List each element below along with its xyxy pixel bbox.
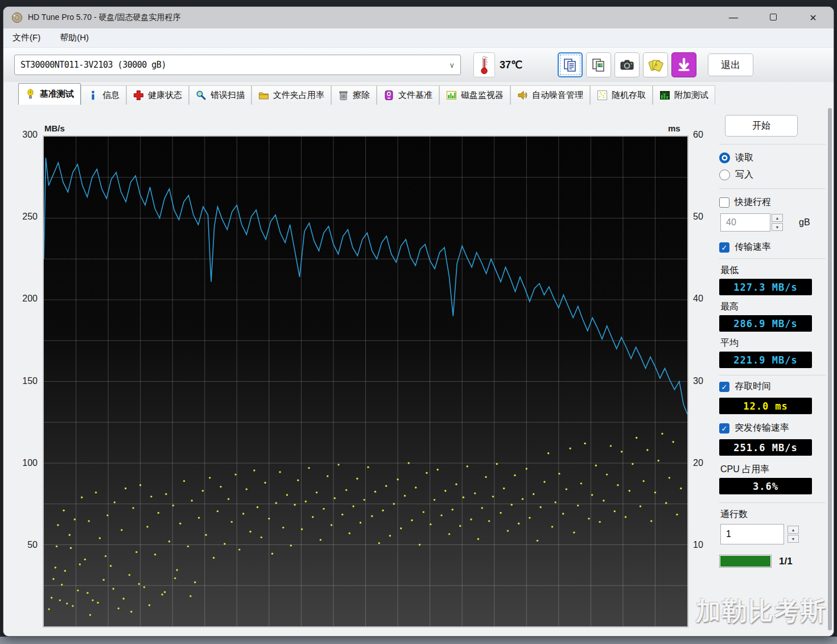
shortstroke-spin-down[interactable]: ▼: [772, 223, 783, 231]
tab-extra-tests-label: 附加测试: [674, 90, 708, 101]
separator: [719, 188, 826, 189]
tab-health[interactable]: 健康状态: [126, 85, 189, 105]
tab-disk-monitor[interactable]: 磁盘监视器: [439, 85, 510, 105]
magnifier-icon: [196, 90, 207, 101]
pass-count-spin-down[interactable]: ▼: [787, 535, 799, 543]
copy-image-button[interactable]: [586, 52, 611, 77]
write-radio-row[interactable]: 写入: [719, 169, 826, 181]
shortstroke-check-row[interactable]: 快捷行程: [719, 196, 826, 208]
tab-extra-tests[interactable]: 附加测试: [653, 85, 715, 105]
progress-bar: [719, 555, 772, 568]
tab-info[interactable]: 信息: [81, 85, 126, 105]
temperature-value: 37℃: [500, 59, 522, 71]
tab-file-benchmark-label: 文件基准: [398, 90, 432, 101]
tab-aam[interactable]: 自动噪音管理: [510, 85, 590, 105]
export-button[interactable]: [643, 52, 668, 77]
avg-label: 平均: [720, 337, 826, 349]
exit-button-label: 退出: [721, 59, 740, 72]
menu-help[interactable]: 帮助(H): [60, 32, 89, 43]
min-label: 最低: [720, 265, 826, 276]
y-left-tick: 250: [9, 212, 38, 222]
burst-checkbox[interactable]: ✓: [719, 423, 729, 434]
minimize-button[interactable]: —: [727, 13, 740, 23]
window-title: HD Tune Pro 5.70 - 硬盘/固态硬盘实用程序: [28, 13, 180, 23]
tab-folder-usage[interactable]: 文件夹占用率: [251, 85, 331, 105]
tab-erase[interactable]: 擦除: [331, 85, 377, 105]
tab-folder-usage-label: 文件夹占用率: [273, 90, 324, 101]
red-cross-icon: [133, 90, 144, 101]
random-access-icon: [597, 90, 608, 101]
write-radio-label: 写入: [735, 169, 753, 181]
pass-count-label: 通行数: [720, 509, 826, 521]
maximize-button[interactable]: [766, 13, 780, 23]
write-radio[interactable]: [719, 170, 730, 180]
folder-icon: [258, 90, 269, 101]
cpu-display: 3.6%: [719, 478, 812, 494]
drive-select[interactable]: ST30000NT011-3V2103 (30000 gB) ∨: [14, 55, 461, 75]
tab-benchmark-label: 基准测试: [40, 89, 74, 100]
speaker-icon: [517, 90, 528, 101]
tab-file-benchmark[interactable]: 文件基准: [377, 85, 439, 105]
pass-count-spin-up[interactable]: ▲: [787, 526, 799, 534]
trash-icon: [338, 90, 349, 101]
pass-count-input[interactable]: 1: [720, 524, 784, 544]
app-window: HD Tune Pro 5.70 - 硬盘/固态硬盘实用程序 — ✕ 文件(F)…: [3, 7, 834, 636]
transfer-checkbox[interactable]: ✓: [719, 242, 729, 253]
y-axis-left-unit: MB/s: [44, 123, 65, 133]
burst-label: 突发传输速率: [735, 422, 789, 434]
start-button[interactable]: 开始: [725, 115, 798, 137]
shortstroke-label: 快捷行程: [735, 196, 771, 208]
chevron-down-icon: ∨: [449, 61, 455, 69]
exit-button[interactable]: 退出: [708, 53, 753, 76]
transfer-check-row[interactable]: ✓ 传输速率: [719, 241, 826, 253]
app-disk-icon: [11, 12, 23, 23]
y-axis-right-unit: ms: [668, 123, 681, 133]
screenshot-button[interactable]: [615, 52, 640, 77]
tab-random-access[interactable]: 随机存取: [590, 85, 653, 105]
info-icon: [88, 90, 98, 101]
tab-aam-label: 自动噪音管理: [532, 90, 583, 101]
tab-disk-monitor-label: 磁盘监视器: [461, 90, 504, 101]
menu-bar: 文件(F) 帮助(H): [3, 28, 834, 48]
shortstroke-spin-up[interactable]: ▲: [772, 214, 783, 222]
tab-benchmark[interactable]: 基准测试: [18, 83, 81, 105]
shortstroke-spinner-row: 40 ▲ ▼ gB: [720, 213, 826, 232]
read-radio-label: 读取: [735, 152, 753, 164]
desktop-taskbar-strip: [0, 637, 837, 644]
temperature-button[interactable]: [473, 52, 495, 77]
copy-text-icon: [563, 57, 578, 72]
y-left-tick: 300: [9, 130, 38, 140]
tab-info-label: 信息: [102, 90, 119, 101]
progress-row: 1/1: [719, 555, 826, 568]
y-left-tick: 50: [9, 540, 38, 550]
benchmark-content: MB/s ms 30025020015010050 605040302010 开…: [3, 105, 834, 636]
y-right-tick: 30: [693, 376, 703, 386]
lightbulb-icon: [25, 89, 36, 100]
tab-error-scan-label: 错误扫描: [211, 90, 245, 101]
pass-count-row: 1 ▲ ▼: [720, 524, 826, 544]
start-button-label: 开始: [752, 120, 770, 132]
access-time-checkbox[interactable]: ✓: [719, 382, 729, 392]
camera-icon: [619, 57, 635, 73]
burst-check-row[interactable]: ✓ 突发传输速率: [719, 422, 826, 434]
shortstroke-checkbox[interactable]: [719, 197, 729, 208]
menu-file[interactable]: 文件(F): [13, 32, 40, 43]
close-button[interactable]: ✕: [806, 13, 820, 23]
chart-area: MB/s ms 30025020015010050 605040302010: [3, 105, 712, 636]
read-radio[interactable]: [719, 152, 730, 163]
copy-text-button[interactable]: [558, 52, 583, 77]
separator: [719, 144, 826, 145]
max-value-display: 286.9 MB/s: [719, 315, 812, 332]
read-radio-row[interactable]: 读取: [719, 152, 826, 164]
access-check-row[interactable]: ✓ 存取时间: [719, 381, 826, 393]
tab-health-label: 健康状态: [148, 90, 182, 101]
tab-erase-label: 擦除: [353, 90, 370, 101]
min-value-display: 127.3 MB/s: [719, 279, 812, 295]
shortstroke-input[interactable]: 40: [720, 213, 770, 232]
download-button[interactable]: [671, 52, 696, 77]
file-benchmark-icon: [384, 90, 394, 101]
tab-error-scan[interactable]: 错误扫描: [189, 85, 251, 105]
y-left-tick: 100: [9, 458, 38, 468]
transfer-label: 传输速率: [735, 241, 771, 253]
benchmark-plot-svg: [44, 137, 687, 626]
